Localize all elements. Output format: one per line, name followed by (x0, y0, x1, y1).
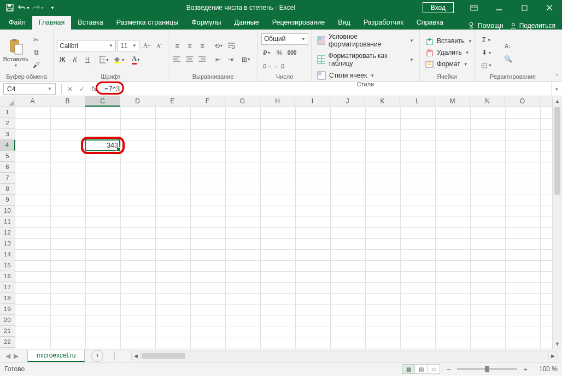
column-header[interactable]: A (15, 96, 50, 107)
column-header[interactable]: N (470, 96, 505, 107)
tab-review[interactable]: Рецензирование (266, 16, 332, 30)
align-center-icon[interactable] (184, 54, 195, 65)
fill-icon[interactable]: ⬇▼ (478, 47, 495, 58)
clear-icon[interactable]: ◰▼ (478, 60, 495, 71)
undo-icon[interactable]: ▼ (17, 2, 31, 14)
accounting-format-icon[interactable]: ₽▼ (261, 48, 272, 58)
formula-bar-input[interactable]: =7^3 (100, 84, 551, 94)
row-header[interactable]: 6 (0, 162, 15, 173)
font-color-icon[interactable]: A▼ (128, 54, 144, 65)
wrap-text-icon[interactable] (226, 40, 237, 51)
save-icon[interactable] (3, 2, 16, 14)
signin-button[interactable]: Вход (423, 2, 454, 13)
italic-button[interactable]: К (69, 54, 80, 65)
column-header[interactable]: I (295, 96, 330, 107)
insert-cells-button[interactable]: Вставить▼ (423, 36, 475, 46)
row-header[interactable]: 7 (0, 173, 15, 184)
select-all-button[interactable] (0, 96, 15, 107)
normal-view-button[interactable]: ▦ (402, 364, 415, 374)
column-header[interactable]: K (365, 96, 400, 107)
align-left-icon[interactable] (172, 54, 183, 65)
zoom-out-button[interactable]: − (445, 365, 453, 373)
font-size-combo[interactable]: 11▼ (118, 40, 139, 51)
sheet-nav-next-icon[interactable]: ▶ (14, 352, 19, 360)
name-box[interactable]: C4▼ (3, 83, 56, 95)
shrink-font-icon[interactable]: Aˇ (154, 40, 165, 51)
row-header[interactable]: 1 (0, 107, 15, 118)
tab-help[interactable]: Справка (410, 16, 450, 30)
format-painter-icon[interactable]: 🖌 (31, 60, 42, 71)
column-header[interactable]: M (435, 96, 470, 107)
column-header[interactable]: C (85, 96, 120, 107)
percent-format-icon[interactable]: % (274, 48, 285, 58)
number-format-combo[interactable]: Общий▼ (261, 33, 308, 45)
zoom-in-button[interactable]: + (522, 365, 529, 373)
zoom-level[interactable]: 100 % (534, 365, 558, 373)
sheet-tab[interactable]: microexcel.ru (27, 350, 85, 362)
autosum-icon[interactable]: Σ▼ (478, 34, 495, 45)
row-header[interactable]: 2 (0, 118, 15, 129)
insert-function-icon[interactable]: fx (88, 83, 100, 95)
row-header[interactable]: 10 (0, 206, 15, 217)
column-header[interactable]: F (190, 96, 225, 107)
row-header[interactable]: 15 (0, 260, 15, 271)
underline-button[interactable]: Ч (82, 54, 93, 65)
tab-view[interactable]: Вид (331, 16, 357, 30)
row-header[interactable]: 13 (0, 238, 15, 249)
redo-icon[interactable]: ▼ (32, 2, 45, 14)
row-header[interactable]: 5 (0, 151, 15, 162)
column-header[interactable]: E (155, 96, 190, 107)
row-header[interactable]: 19 (0, 304, 15, 315)
align-right-icon[interactable] (197, 54, 208, 65)
format-as-table-button[interactable]: Форматировать как таблицу▼ (315, 51, 416, 68)
bold-button[interactable]: Ж (57, 54, 68, 65)
align-middle-icon[interactable]: ≡ (184, 40, 195, 51)
page-layout-view-button[interactable]: ▤ (414, 364, 428, 374)
cancel-formula-icon[interactable]: ✕ (64, 83, 76, 95)
tab-formulas[interactable]: Формулы (185, 16, 227, 30)
cut-icon[interactable]: ✂ (31, 34, 42, 45)
cell-styles-button[interactable]: Стили ячеек▼ (315, 70, 416, 81)
row-header[interactable]: 4 (0, 140, 15, 151)
row-header[interactable]: 21 (0, 326, 15, 337)
expand-formula-bar-icon[interactable]: ▾ (551, 82, 562, 96)
row-header[interactable]: 18 (0, 293, 15, 304)
row-header[interactable]: 22 (0, 337, 15, 348)
row-header[interactable]: 16 (0, 271, 15, 282)
collapse-ribbon-icon[interactable]: ˄ (551, 30, 562, 81)
tab-home[interactable]: Главная (32, 16, 72, 30)
tab-file[interactable]: Файл (2, 16, 32, 30)
sort-filter-icon[interactable]: A↓ (501, 41, 515, 52)
row-header[interactable]: 20 (0, 315, 15, 326)
decrease-decimal-icon[interactable]: ←.0 (274, 61, 285, 72)
row-header[interactable]: 9 (0, 195, 15, 206)
scroll-left-icon[interactable]: ◀ (132, 352, 140, 360)
tab-insert[interactable]: Вставка (71, 16, 109, 30)
ribbon-display-icon[interactable] (461, 0, 487, 15)
scroll-thumb[interactable] (142, 353, 185, 359)
scroll-thumb[interactable] (554, 107, 560, 195)
find-select-icon[interactable]: 🔍 (501, 54, 515, 65)
share-button[interactable]: Поделиться (510, 22, 555, 30)
format-cells-button[interactable]: Формат▼ (423, 59, 475, 69)
paste-button[interactable]: Вставить ▼ (3, 32, 28, 73)
sheet-nav-prev-icon[interactable]: ◀ (5, 352, 10, 360)
qat-customize-icon[interactable]: ▼ (46, 2, 59, 14)
row-header[interactable]: 3 (0, 129, 15, 140)
row-header[interactable]: 11 (0, 217, 15, 227)
merge-center-icon[interactable]: ⊞▼ (238, 54, 254, 65)
minimize-icon[interactable] (487, 0, 512, 15)
column-header[interactable]: D (120, 96, 155, 107)
vertical-scrollbar[interactable]: ▲ ▼ (552, 96, 562, 349)
page-break-view-button[interactable]: ▭ (427, 364, 440, 374)
scroll-down-icon[interactable]: ▼ (553, 339, 562, 349)
maximize-icon[interactable] (512, 0, 537, 15)
column-header[interactable]: J (330, 96, 365, 107)
increase-decimal-icon[interactable]: .0→ (261, 61, 272, 72)
comma-format-icon[interactable]: 000 (286, 48, 297, 58)
decrease-indent-icon[interactable]: ⇤ (213, 54, 224, 65)
row-header[interactable]: 17 (0, 282, 15, 293)
copy-icon[interactable]: ⧉ (31, 47, 42, 58)
tab-layout[interactable]: Разметка страницы (110, 16, 185, 30)
scroll-right-icon[interactable]: ▶ (548, 352, 557, 360)
